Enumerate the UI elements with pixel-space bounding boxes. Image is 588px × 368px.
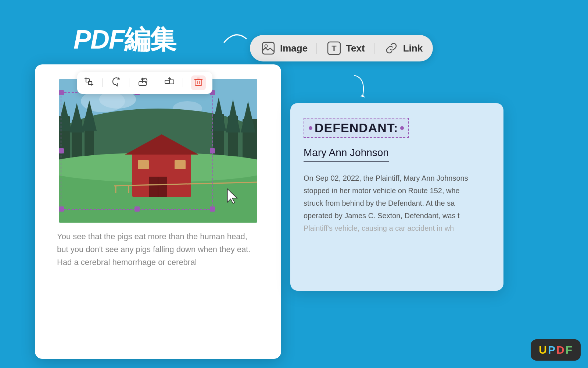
updf-d: D [556, 344, 565, 356]
pdf-content-area: You see that the pigs eat more than the … [35, 64, 281, 291]
svg-marker-4 [360, 95, 365, 98]
label-dot-left [309, 126, 312, 130]
defendant-label[interactable]: DEFENDANT: [304, 118, 409, 138]
svg-text:T: T [331, 44, 337, 53]
delete-tool[interactable] [191, 75, 206, 90]
toolbar-link-button[interactable]: Link [383, 40, 423, 56]
svg-rect-0 [262, 42, 274, 54]
updf-u: U [539, 344, 547, 356]
pdf-text: PDF [74, 25, 124, 54]
replace-tool[interactable] [164, 77, 175, 89]
crop-tool[interactable] [84, 77, 94, 89]
title-area: PDF編集 [74, 22, 176, 57]
left-panel-body-text: You see that the pigs eat more than the … [46, 226, 270, 280]
export-tool[interactable] [137, 77, 148, 89]
defendant-text: DEFENDANT: [315, 121, 398, 135]
toolbar-separator-1 [316, 43, 317, 54]
svg-rect-13 [165, 80, 169, 84]
image-icon [260, 40, 276, 56]
rotate-tool[interactable] [111, 77, 121, 89]
svg-rect-44 [138, 160, 149, 169]
farm-image [59, 79, 257, 223]
defendant-name: Mary Ann Johnson [304, 147, 389, 162]
tool-sep-2 [129, 78, 129, 87]
svg-point-1 [265, 45, 268, 47]
updf-p: P [548, 344, 556, 356]
image-toolbar [77, 72, 212, 94]
link-label: Link [403, 43, 423, 54]
link-icon [383, 40, 399, 56]
updf-badge: U P D F [531, 339, 581, 361]
text-icon: T [326, 40, 342, 56]
toolbar-to-panel-arrow [349, 68, 371, 105]
case-body-text: On Sep 02, 2022, the Plaintiff, Mary Ann… [304, 172, 490, 234]
tool-sep-4 [183, 78, 183, 87]
right-pdf-panel: DEFENDANT: Mary Ann Johnson On Sep 02, 2… [290, 103, 503, 291]
toolbar-image-button[interactable]: Image [260, 40, 308, 56]
svg-rect-15 [195, 79, 202, 85]
app-title: PDF編集 [74, 22, 176, 57]
image-label: Image [280, 43, 308, 54]
toolbar-text-button[interactable]: T Text [326, 40, 365, 56]
image-container[interactable] [59, 79, 257, 223]
toolbar-pill: Image T Text Link [250, 35, 433, 61]
toolbar-separator-2 [374, 43, 374, 54]
svg-rect-45 [175, 160, 186, 169]
svg-rect-14 [169, 80, 174, 84]
kanji-text: 編集 [124, 25, 176, 54]
label-dot-right [400, 126, 404, 130]
updf-f: F [566, 344, 573, 356]
text-label: Text [346, 43, 365, 54]
arrow-decoration [220, 28, 250, 50]
tool-sep-1 [102, 78, 103, 87]
tool-sep-3 [156, 78, 156, 87]
svg-rect-42 [149, 177, 158, 197]
left-pdf-panel: You see that the pigs eat more than the … [35, 64, 281, 359]
